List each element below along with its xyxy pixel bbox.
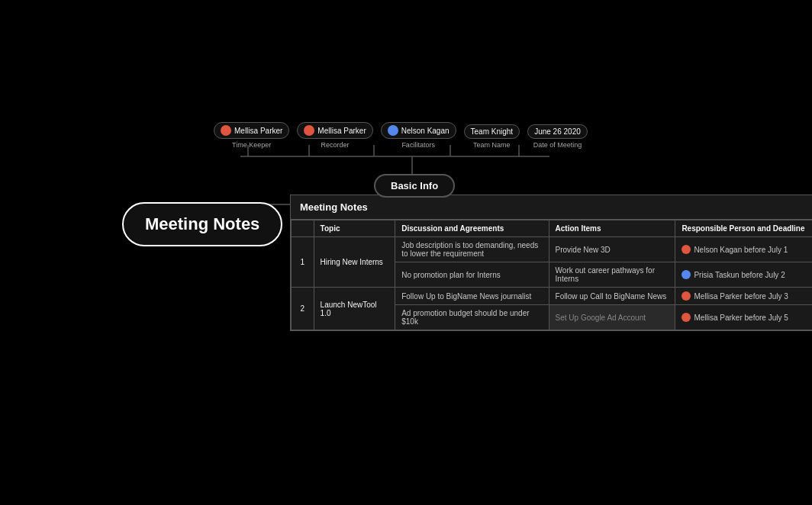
row1-number: 1 — [292, 237, 314, 288]
col-discussion: Discussion and Agreements — [395, 220, 549, 237]
timekeeper-avatar — [221, 125, 231, 136]
dateofmeeting-name: June 26 2020 — [534, 127, 581, 136]
timekeeper-label: Time Keeper — [232, 141, 271, 149]
facilitators-avatar — [388, 125, 398, 136]
person-dot — [682, 270, 691, 279]
timekeeper-badge: Mellisa Parker — [214, 122, 289, 139]
recorder-badge: Mellisa Parker — [297, 122, 372, 139]
person-dot — [682, 291, 691, 301]
row2-action-1: Follow up Call to BigName News — [549, 288, 675, 305]
table-row: 2 Launch NewTool 1.0 Follow Up to BigNam… — [292, 288, 813, 305]
role-teamname: Team Knight Team Name — [464, 124, 520, 149]
row2-discussion-2: Ad promotion budget should be under $10k — [395, 305, 549, 330]
dateofmeeting-badge: June 26 2020 — [527, 124, 588, 139]
col-action: Action Items — [549, 220, 675, 237]
person-name: Nelson Kagan before July 1 — [694, 246, 788, 254]
role-facilitators: Nelson Kagan Facilitators — [381, 122, 456, 149]
meeting-notes-label: Meeting Notes — [145, 214, 259, 233]
row2-discussion-1: Follow Up to BigName News journalist — [395, 288, 549, 305]
roles-row: Mellisa Parker Time Keeper Mellisa Parke… — [214, 122, 588, 149]
row1-action-2: Work out career pathways for Interns — [549, 262, 675, 288]
col-responsible: Responsible Person and Deadline — [675, 220, 812, 237]
person-dot — [682, 313, 691, 322]
row2-topic: Launch NewTool 1.0 — [314, 288, 395, 330]
notes-table: Topic Discussion and Agreements Action I… — [291, 220, 812, 330]
teamname-name: Team Knight — [471, 127, 514, 136]
row2-action-2: Set Up Google Ad Account — [549, 305, 675, 330]
facilitators-name: Nelson Kagan — [401, 127, 450, 135]
row2-responsible-1: Mellisa Parker before July 3 — [675, 288, 812, 305]
teamname-badge: Team Knight — [464, 124, 520, 139]
person-badge: Prisia Taskun before July 2 — [682, 270, 809, 279]
person-dot — [682, 245, 691, 254]
meeting-notes-bubble: Meeting Notes — [122, 202, 282, 246]
person-name: Mellisa Parker before July 5 — [694, 314, 788, 322]
facilitators-label: Facilitators — [401, 141, 435, 149]
row1-discussion-2: No promotion plan for Interns — [395, 262, 549, 288]
row1-responsible-2: Prisia Taskun before July 2 — [675, 262, 812, 288]
person-name: Mellisa Parker before July 3 — [694, 292, 788, 301]
row2-responsible-2: Mellisa Parker before July 5 — [675, 305, 812, 330]
person-name: Prisia Taskun before July 2 — [694, 271, 785, 279]
row1-discussion-1: Job description is too demanding, needs … — [395, 237, 549, 262]
person-badge: Nelson Kagan before July 1 — [682, 245, 809, 254]
col-topic: Topic — [314, 220, 395, 237]
recorder-name: Mellisa Parker — [317, 127, 366, 135]
facilitators-badge: Nelson Kagan — [381, 122, 456, 139]
role-timekeeper: Mellisa Parker Time Keeper — [214, 122, 289, 149]
teamname-label: Team Name — [473, 141, 511, 149]
recorder-label: Recorder — [321, 141, 350, 149]
role-recorder: Mellisa Parker Recorder — [297, 122, 372, 149]
basic-info-label: Basic Info — [391, 180, 438, 191]
row1-responsible-1: Nelson Kagan before July 1 — [675, 237, 812, 262]
person-badge: Mellisa Parker before July 3 — [682, 291, 809, 301]
person-badge: Mellisa Parker before July 5 — [682, 313, 809, 322]
table-title: Meeting Notes — [291, 195, 812, 220]
dateofmeeting-label: Date of Meeting — [533, 141, 582, 149]
table-header-row: Topic Discussion and Agreements Action I… — [292, 220, 813, 237]
meeting-notes-table-container: Meeting Notes Topic Discussion and Agree… — [290, 195, 812, 331]
role-dateofmeeting: June 26 2020 Date of Meeting — [527, 124, 588, 149]
row2-number: 2 — [292, 288, 314, 330]
col-number — [292, 220, 314, 237]
table-row: 1 Hiring New Interns Job description is … — [292, 237, 813, 262]
timekeeper-name: Mellisa Parker — [234, 127, 282, 135]
basic-info-node: Basic Info — [374, 174, 455, 198]
recorder-avatar — [304, 125, 314, 136]
row1-action-1: Provide New 3D — [549, 237, 675, 262]
row1-topic: Hiring New Interns — [314, 237, 395, 288]
